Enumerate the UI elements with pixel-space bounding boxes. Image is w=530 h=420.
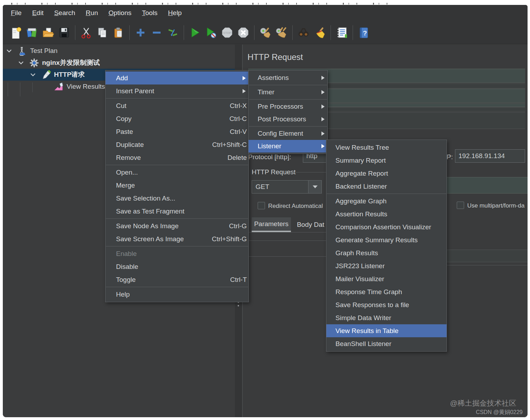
menu-item-beanshell-listener[interactable]: BeanShell Listener xyxy=(326,337,447,350)
listener-submenu: View Results Tree Summary Report Aggrega… xyxy=(326,140,447,352)
menu-run[interactable]: Run xyxy=(81,7,103,19)
panel-title: HTTP Request xyxy=(247,52,303,62)
use-multipart-checkbox[interactable] xyxy=(457,202,464,209)
tab-underline xyxy=(243,232,326,232)
chevron-down-icon[interactable] xyxy=(18,59,25,66)
submenu-arrow-icon xyxy=(321,131,325,136)
menu-item-help[interactable]: Help xyxy=(106,288,249,301)
menu-bar: File Edit Search Run Options Tools Help xyxy=(3,5,528,21)
menu-item-save-selection-as[interactable]: Save Selection As... xyxy=(106,192,249,205)
menu-item-post-processors[interactable]: Post Processors xyxy=(249,113,327,126)
menu-search[interactable]: Search xyxy=(49,7,80,19)
divider-line xyxy=(243,241,326,241)
menu-item-assertion-results[interactable]: Assertion Results xyxy=(326,208,447,221)
tree-row-thread-group[interactable]: nginx并发限制测试 xyxy=(18,57,100,69)
menu-tools[interactable]: Tools xyxy=(137,7,162,19)
templates-icon[interactable] xyxy=(26,26,38,39)
stop-icon[interactable]: STOP xyxy=(221,26,233,39)
submenu-arrow-icon xyxy=(321,90,325,94)
menu-item-simple-data-writer[interactable]: Simple Data Writer xyxy=(326,311,447,324)
chevron-down-icon[interactable] xyxy=(6,47,13,54)
menu-item-remove[interactable]: RemoveDelete xyxy=(106,151,249,164)
menu-item-aggregate-graph[interactable]: Aggregate Graph xyxy=(326,195,447,208)
cut-icon[interactable] xyxy=(80,26,93,39)
menu-item-view-results-in-table[interactable]: View Results in Table xyxy=(326,324,447,337)
tree-row-test-plan[interactable]: Test Plan xyxy=(6,45,57,57)
menu-help[interactable]: Help xyxy=(163,7,186,19)
open-file-icon[interactable] xyxy=(42,26,54,39)
tab-parameters[interactable]: Parameters xyxy=(252,217,291,232)
menu-item-save-screen-as-image[interactable]: Save Screen As ImageCtrl+Shift-G xyxy=(106,232,249,245)
swap-icon[interactable] xyxy=(167,26,179,39)
remove-minus-icon[interactable] xyxy=(150,26,163,39)
menu-item-pre-processors[interactable]: Pre Processors xyxy=(249,100,327,113)
menu-item-mailer-visualizer[interactable]: Mailer Visualizer xyxy=(326,272,447,285)
start-no-pauses-icon[interactable] xyxy=(205,26,217,39)
new-file-icon[interactable] xyxy=(9,26,22,39)
copy-icon[interactable] xyxy=(96,26,109,39)
menu-item-response-time-graph[interactable]: Response Time Graph xyxy=(326,285,447,298)
start-icon[interactable] xyxy=(189,26,201,39)
tree-label: Test Plan xyxy=(30,47,57,55)
tree-guide-line xyxy=(20,82,20,96)
listener-chart-icon xyxy=(54,82,63,92)
menu-item-save-node-as-image[interactable]: Save Node As ImageCtrl-G xyxy=(106,219,249,232)
function-helper-icon[interactable] xyxy=(335,26,348,39)
menu-item-save-as-test-fragment[interactable]: Save as Test Fragment xyxy=(106,205,249,218)
server-ip-label: P: xyxy=(447,153,453,161)
menu-item-save-responses-to-a-file[interactable]: Save Responses to a file xyxy=(326,298,447,311)
clear-all-icon[interactable] xyxy=(275,26,288,39)
menu-item-aggregate-report[interactable]: Aggregate Report xyxy=(326,167,447,180)
menu-item-duplicate[interactable]: DuplicateCtrl+Shift-C xyxy=(106,138,249,151)
svg-text:?: ? xyxy=(363,29,367,37)
paste-icon[interactable] xyxy=(112,26,125,39)
save-icon[interactable] xyxy=(58,26,70,39)
menu-item-paste[interactable]: PasteCtrl-V xyxy=(106,125,249,138)
server-ip-input[interactable]: 192.168.91.134 xyxy=(455,149,525,163)
menu-item-cut[interactable]: CutCtrl-X xyxy=(106,99,249,112)
menu-item-insert-parent[interactable]: Insert Parent xyxy=(106,84,249,97)
tree-label: HTTP请求 xyxy=(54,70,85,79)
field-row xyxy=(442,177,528,194)
menu-item-add[interactable]: Add xyxy=(106,72,249,84)
clear-icon[interactable] xyxy=(259,26,272,39)
menu-item-listener[interactable]: Listener xyxy=(249,140,327,153)
tab-body-data[interactable]: Body Dat xyxy=(294,217,327,232)
add-plus-icon[interactable] xyxy=(134,26,147,39)
menu-options[interactable]: Options xyxy=(104,7,136,19)
menu-item-merge[interactable]: Merge xyxy=(106,179,249,192)
shutdown-icon[interactable] xyxy=(237,26,250,39)
redirect-automatically-checkbox[interactable] xyxy=(258,202,265,209)
field-row xyxy=(442,250,528,262)
page: File Edit Search Run Options Tools Help xyxy=(0,0,530,420)
menu-item-backend-listener[interactable]: Backend Listener xyxy=(326,180,447,193)
menu-item-copy[interactable]: CopyCtrl-C xyxy=(106,112,249,125)
menu-item-generate-summary-results[interactable]: Generate Summary Results xyxy=(326,233,447,246)
window-title-strip xyxy=(0,0,530,5)
thread-group-gear-icon xyxy=(29,58,39,68)
menu-item-view-results-tree[interactable]: View Results Tree xyxy=(326,141,447,154)
clipped-title-text xyxy=(5,3,390,5)
method-combobox[interactable]: GET xyxy=(252,180,322,194)
menu-item-config-element[interactable]: Config Element xyxy=(249,127,327,140)
menu-separator xyxy=(249,85,327,85)
tree-row-view-results[interactable]: View Results xyxy=(54,81,105,93)
menu-item-assertions[interactable]: Assertions xyxy=(249,72,327,84)
menu-separator xyxy=(106,287,248,287)
menu-item-toggle[interactable]: ToggleCtrl-T xyxy=(106,273,249,286)
menu-item-jsr223-listener[interactable]: JSR223 Listener xyxy=(326,259,447,272)
menu-item-open[interactable]: Open... xyxy=(106,166,249,179)
reset-search-broom-icon[interactable] xyxy=(313,26,326,39)
chevron-down-icon[interactable] xyxy=(29,71,36,78)
menu-edit[interactable]: Edit xyxy=(28,7,48,19)
toolbar-separator xyxy=(254,25,254,40)
menu-item-graph-results[interactable]: Graph Results xyxy=(326,246,447,259)
menu-item-summary-report[interactable]: Summary Report xyxy=(326,154,447,167)
search-binoculars-icon[interactable] xyxy=(297,26,310,39)
combobox-arrow-button[interactable] xyxy=(308,181,321,193)
menu-item-disable[interactable]: Disable xyxy=(106,260,249,273)
menu-item-comparison-assertion-visualizer[interactable]: Comparison Assertion Visualizer xyxy=(326,221,447,233)
menu-item-timer[interactable]: Timer xyxy=(249,86,327,99)
help-book-icon[interactable]: ? xyxy=(358,26,370,39)
menu-file[interactable]: File xyxy=(6,7,26,19)
